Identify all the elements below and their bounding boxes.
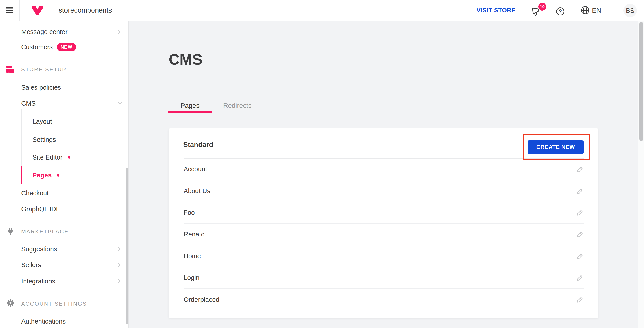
globe-icon [580,5,590,15]
account-name: storecomponents [59,0,112,20]
sidebar-item-label: Layout [32,118,52,125]
sidebar-item-label: Message center [21,28,68,35]
layout-grid-icon [6,66,14,73]
hamburger-menu-button[interactable] [0,0,19,20]
sidebar-item-sellers[interactable]: Sellers [21,258,121,272]
hamburger-icon [6,7,14,13]
sidebar-item-graphql-ide[interactable]: GraphQL IDE [21,202,121,216]
sidebar: Message center Customers NEW STORE SETUP… [0,21,129,328]
page-name: Foo [184,209,195,216]
page-row: About Us [184,180,584,202]
pink-dot-indicator [57,174,59,177]
notification-count-badge: 10 [538,3,546,10]
sidebar-item-label: Integrations [21,278,55,285]
page-row: Orderplaced [184,289,584,311]
topbar: storecomponents VISIT STORE 10 ? EN BS [0,0,644,21]
sidebar-item-label: Site Editor [32,154,62,161]
question-circle-icon: ? [556,7,565,16]
sidebar-item-suggestions[interactable]: Suggestions [21,242,121,256]
section-store-setup: STORE SETUP [21,63,66,76]
page-name: About Us [184,187,210,195]
language-selector[interactable]: EN [580,0,601,20]
active-tab-underline [168,111,212,113]
sidebar-item-cms[interactable]: CMS [21,96,121,110]
sidebar-item-label: Pages [32,172,52,179]
sidebar-item-sales-policies[interactable]: Sales policies [21,80,121,94]
chevron-right-icon [117,29,121,34]
tab-pages[interactable]: Pages [168,98,212,113]
page-row: Renato [184,224,584,246]
chevron-down-icon [117,102,123,105]
sidebar-item-authentications[interactable]: Authentications [21,314,121,328]
edit-pencil-icon[interactable] [576,252,584,260]
help-button[interactable]: ? [556,7,565,16]
page-title: CMS [168,50,202,68]
section-marketplace: MARKETPLACE [21,225,69,238]
language-label: EN [592,7,601,14]
notifications-button[interactable]: 10 [532,6,547,16]
sidebar-item-label: GraphQL IDE [21,205,60,213]
sidebar-item-label: Customers [21,43,52,51]
svg-text:?: ? [559,8,562,14]
pink-dot-indicator [68,156,70,159]
section-account-settings: ACCOUNT SETTINGS [21,298,87,310]
sidebar-item-label: Sellers [21,261,41,269]
sidebar-scrollbar[interactable] [126,168,128,325]
sidebar-item-label: CMS [21,100,36,107]
plug-icon [6,227,14,236]
edit-pencil-icon[interactable] [576,187,584,195]
chevron-right-icon [117,279,121,284]
pages-card: Standard CREATE NEW Account About Us Foo… [168,128,598,318]
tab-redirects[interactable]: Redirects [218,98,256,113]
sidebar-item-layout[interactable]: Layout [32,115,121,128]
new-badge: NEW [57,43,76,51]
tabs-divider [168,113,598,113]
topbar-divider [19,0,20,20]
sidebar-item-label: Sales policies [21,84,61,91]
main-scrollbar[interactable] [639,22,643,141]
vtex-logo-icon[interactable] [32,5,43,16]
page-row: Home [184,246,584,267]
sidebar-item-label: Checkout [21,190,49,197]
gear-icon [6,299,14,307]
page-name: Home [184,252,201,260]
sidebar-item-settings[interactable]: Settings [32,133,121,147]
chevron-right-icon [117,246,121,252]
edit-pencil-icon[interactable] [576,274,584,282]
page-name: Login [184,274,200,282]
edit-pencil-icon[interactable] [576,166,584,173]
sidebar-item-label: Suggestions [21,246,57,253]
create-new-button[interactable]: CREATE NEW [528,140,584,154]
page-name: Account [184,166,207,173]
sidebar-item-message-center[interactable]: Message center [21,25,121,39]
sidebar-item-customers[interactable]: Customers NEW [21,40,121,54]
card-title: Standard [183,141,213,149]
sidebar-item-site-editor[interactable]: Site Editor [32,150,121,164]
page-row: Account [184,159,584,180]
chevron-right-icon [117,262,121,268]
sidebar-item-integrations[interactable]: Integrations [21,274,121,288]
page-row: Login [184,267,584,289]
page-name: Renato [184,231,205,238]
sidebar-item-label: Settings [32,136,56,143]
user-avatar[interactable]: BS [624,4,637,17]
sidebar-item-label: Authentications [21,318,66,325]
page-name: Orderplaced [184,296,220,303]
edit-pencil-icon[interactable] [576,209,584,217]
visit-store-link[interactable]: VISIT STORE [476,0,516,20]
sidebar-item-checkout[interactable]: Checkout [21,186,121,200]
submenu-guide-line [21,109,22,166]
page-row: Foo [184,202,584,224]
edit-pencil-icon[interactable] [576,231,584,238]
sidebar-item-pages-active[interactable]: Pages [21,166,128,184]
edit-pencil-icon[interactable] [576,296,584,304]
